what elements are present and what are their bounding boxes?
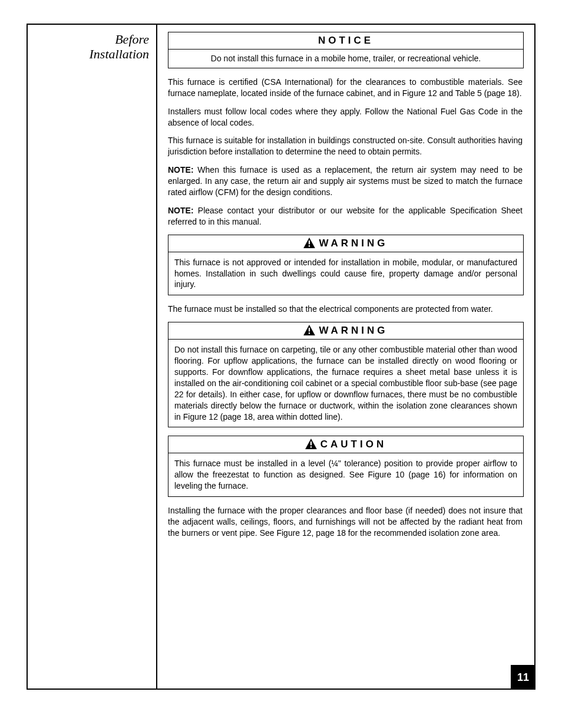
alert-triangle-icon — [303, 325, 315, 335]
note-paragraph: NOTE: When this furnace is used as a rep… — [168, 164, 523, 198]
svg-rect-4 — [310, 442, 312, 446]
warning-body: Do not install this furnace on carpeting… — [168, 340, 523, 427]
svg-rect-2 — [309, 328, 310, 332]
note-label: NOTE: — [168, 165, 197, 174]
warning-header: WARNING — [168, 322, 523, 340]
notice-box: NOTICE Do not install this furnace in a … — [168, 32, 524, 68]
paragraph: This furnace is certified (CSA Internati… — [168, 77, 523, 99]
caution-header: CAUTION — [168, 436, 523, 453]
main-content: NOTICE Do not install this furnace in a … — [157, 25, 534, 689]
alert-triangle-icon — [305, 439, 317, 449]
paragraph: This furnace is suitable for installatio… — [168, 135, 523, 157]
paragraph: Installers must follow local codes where… — [168, 106, 523, 129]
section-title: Before Installation — [35, 32, 149, 62]
alert-triangle-icon — [303, 238, 315, 248]
warning-box: WARNING This furnace is not approved or … — [168, 235, 524, 296]
paragraph: Installing the furnace with the proper c… — [168, 505, 523, 539]
warning-header: WARNING — [168, 235, 523, 252]
notice-body: Do not install this furnace in a mobile … — [168, 50, 523, 68]
warning-box: WARNING Do not install this furnace on c… — [168, 322, 524, 427]
note-text: Please contact your distributor or our w… — [168, 206, 523, 226]
note-label: NOTE: — [168, 206, 198, 215]
page-number: 11 — [511, 665, 535, 690]
caution-box: CAUTION This furnace must be installed i… — [168, 436, 524, 497]
page-frame: Before Installation NOTICE Do not instal… — [27, 24, 535, 690]
sidebar: Before Installation — [28, 25, 157, 689]
section-title-line1: Before — [115, 32, 149, 47]
section-title-line2: Installation — [35, 47, 149, 61]
caution-body: This furnace must be installed in a leve… — [168, 453, 523, 496]
warning-header-text: WARNING — [319, 238, 388, 249]
note-paragraph: NOTE: Please contact your distributor or… — [168, 205, 523, 228]
warning-header-text: WARNING — [319, 325, 388, 337]
notice-header: NOTICE — [168, 32, 523, 50]
svg-rect-0 — [309, 241, 310, 245]
note-text: When this furnace is used as a replaceme… — [168, 165, 523, 197]
svg-rect-3 — [309, 332, 310, 334]
warning-body: This furnace is not approved or intended… — [168, 252, 523, 295]
page-columns: Before Installation NOTICE Do not instal… — [28, 25, 534, 689]
caution-header-text: CAUTION — [320, 439, 386, 450]
svg-rect-5 — [310, 447, 312, 448]
paragraph: The furnace must be installed so that th… — [168, 304, 523, 315]
svg-rect-1 — [309, 245, 310, 246]
